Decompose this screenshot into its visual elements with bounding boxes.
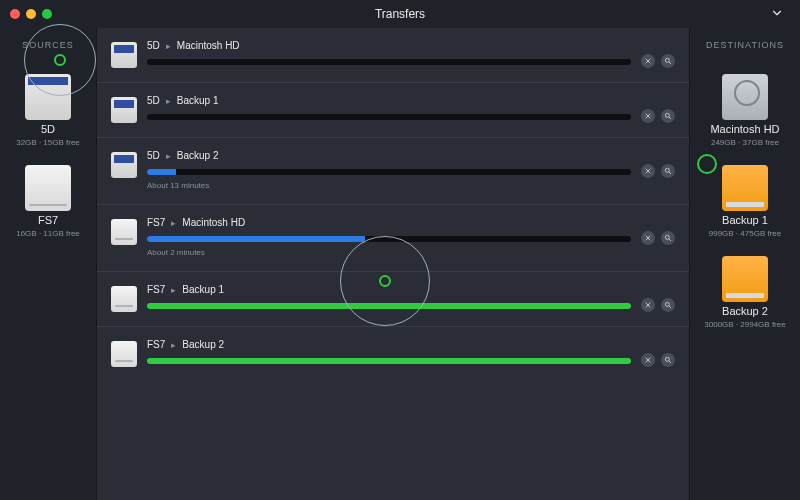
destinations-header: DESTINATIONS — [706, 40, 784, 50]
progress-fill — [147, 303, 631, 309]
drive-icon — [111, 42, 137, 68]
titlebar: Transfers — [0, 0, 800, 28]
transfers-panel: 5D▸Macintosh HD5D▸Backup 15D▸Backup 2Abo… — [96, 28, 690, 500]
transfer-destination: Backup 2 — [182, 339, 224, 350]
drive-icon — [25, 74, 71, 120]
transfer-destination: Macintosh HD — [182, 217, 245, 228]
progress-bar — [147, 236, 631, 242]
destinations-sidebar: DESTINATIONS Macintosh HD249GB · 37GB fr… — [690, 28, 800, 500]
cancel-transfer-button[interactable] — [641, 164, 655, 178]
transfer-row: FS7▸Macintosh HDAbout 2 minutes — [97, 204, 689, 271]
sources-sidebar: SOURCES 5D32GB · 15GB freeFS716GB · 11GB… — [0, 28, 96, 500]
drive-icon — [111, 219, 137, 245]
device-name: FS7 — [38, 215, 58, 226]
transfer-destination: Backup 1 — [177, 95, 219, 106]
source-device[interactable]: 5D32GB · 15GB free — [16, 74, 80, 147]
progress-fill — [147, 358, 631, 364]
progress-fill — [147, 236, 365, 242]
transfer-source: FS7 — [147, 284, 165, 295]
cancel-transfer-button[interactable] — [641, 109, 655, 123]
reveal-transfer-button[interactable] — [661, 54, 675, 68]
arrow-icon: ▸ — [171, 218, 176, 228]
arrow-icon: ▸ — [171, 285, 176, 295]
device-name: Backup 2 — [722, 306, 768, 317]
transfer-source: 5D — [147, 150, 160, 161]
transfer-destination: Backup 1 — [182, 284, 224, 295]
transfer-source: 5D — [147, 40, 160, 51]
device-capacity: 32GB · 15GB free — [16, 139, 80, 147]
device-name: Backup 1 — [722, 215, 768, 226]
drive-icon — [111, 341, 137, 367]
progress-bar — [147, 303, 631, 309]
drive-icon — [722, 74, 768, 120]
drive-icon — [722, 165, 768, 211]
destination-device[interactable]: Backup 1999GB · 475GB free — [704, 165, 785, 238]
transfer-row: 5D▸Backup 1 — [97, 82, 689, 137]
arrow-icon: ▸ — [166, 151, 171, 161]
source-device[interactable]: FS716GB · 11GB free — [16, 165, 80, 238]
reveal-transfer-button[interactable] — [661, 231, 675, 245]
transfer-eta: About 2 minutes — [147, 248, 631, 257]
transfer-source: FS7 — [147, 339, 165, 350]
drive-icon — [111, 286, 137, 312]
transfer-row: FS7▸Backup 1 — [97, 271, 689, 326]
transfer-source: FS7 — [147, 217, 165, 228]
destination-device[interactable]: Macintosh HD249GB · 37GB free — [704, 74, 785, 147]
arrow-icon: ▸ — [166, 41, 171, 51]
sources-header: SOURCES — [22, 40, 74, 50]
chevron-down-icon — [770, 6, 784, 20]
drive-icon — [111, 152, 137, 178]
transfer-row: 5D▸Macintosh HD — [97, 28, 689, 82]
arrow-icon: ▸ — [166, 96, 171, 106]
reveal-transfer-button[interactable] — [661, 109, 675, 123]
drive-icon — [25, 165, 71, 211]
cancel-transfer-button[interactable] — [641, 353, 655, 367]
drive-icon — [111, 97, 137, 123]
reveal-transfer-button[interactable] — [661, 164, 675, 178]
transfer-destination: Backup 2 — [177, 150, 219, 161]
cancel-transfer-button[interactable] — [641, 231, 655, 245]
reveal-transfer-button[interactable] — [661, 298, 675, 312]
transfer-source: 5D — [147, 95, 160, 106]
arrow-icon: ▸ — [171, 340, 176, 350]
transfer-row: FS7▸Backup 2 — [97, 326, 689, 381]
progress-bar — [147, 169, 631, 175]
drive-icon — [722, 256, 768, 302]
progress-fill — [147, 169, 176, 175]
progress-bar — [147, 114, 631, 120]
transfer-destination: Macintosh HD — [177, 40, 240, 51]
transfer-eta: About 13 minutes — [147, 181, 631, 190]
cancel-transfer-button[interactable] — [641, 54, 655, 68]
device-capacity: 999GB · 475GB free — [709, 230, 782, 238]
device-name: Macintosh HD — [710, 124, 779, 135]
destination-device[interactable]: Backup 23000GB · 2994GB free — [704, 256, 785, 329]
device-capacity: 249GB · 37GB free — [711, 139, 779, 147]
device-capacity: 3000GB · 2994GB free — [704, 321, 785, 329]
window-title: Transfers — [0, 7, 800, 21]
collapse-toggle[interactable] — [770, 6, 784, 24]
device-capacity: 16GB · 11GB free — [16, 230, 80, 238]
cancel-transfer-button[interactable] — [641, 298, 655, 312]
device-name: 5D — [41, 124, 55, 135]
reveal-transfer-button[interactable] — [661, 353, 675, 367]
transfer-row: 5D▸Backup 2About 13 minutes — [97, 137, 689, 204]
progress-bar — [147, 59, 631, 65]
progress-bar — [147, 358, 631, 364]
